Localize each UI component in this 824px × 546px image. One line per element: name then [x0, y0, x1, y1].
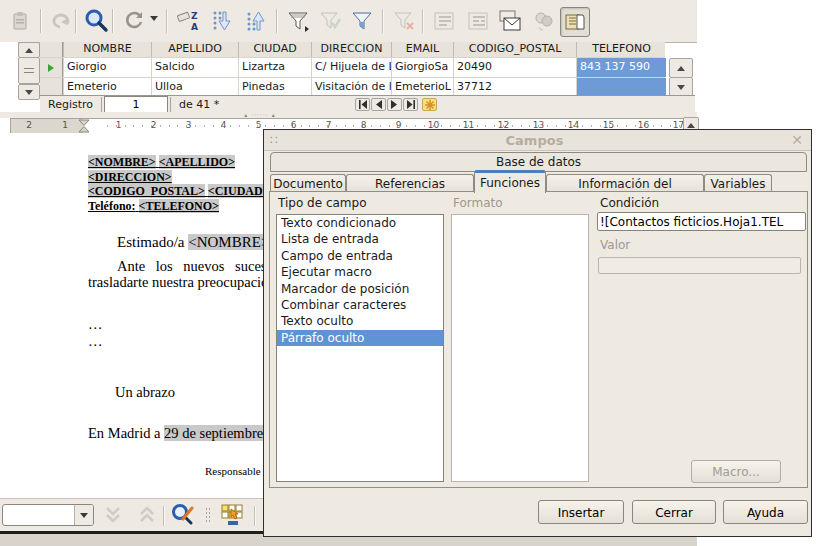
field-nombre: <NOMBRE> [88, 155, 156, 169]
list-item: 3 [171, 119, 206, 133]
table-header-row: NOMBRE APELLIDO CIUDAD DIRECCION EMAIL C… [40, 42, 665, 58]
toolbar-separator [276, 9, 278, 33]
dialog-grip-icon: ∷ [264, 133, 278, 147]
list-item[interactable]: Texto oculto [277, 313, 443, 329]
refresh-dropdown-arrow-icon[interactable] [150, 16, 158, 21]
paste-icon[interactable] [6, 7, 34, 35]
table-row: Giorgio Salcido Lizartza C/ Hijuela de L… [40, 58, 665, 78]
value-label: Valor [600, 238, 630, 252]
toolbar-separator [75, 9, 77, 33]
apply-filter-icon[interactable] [316, 7, 344, 35]
tab-referencias-cruzadas[interactable]: Referencias cruzadas [346, 174, 474, 192]
svg-text:A: A [191, 22, 198, 32]
standard-filter-icon[interactable] [348, 7, 376, 35]
table-cell[interactable]: C/ Hijuela de Lo [311, 58, 391, 77]
column-header[interactable]: TELEFONO [576, 42, 666, 57]
explorer-on-off-icon[interactable] [560, 7, 590, 37]
tab-funciones[interactable]: Funciones [474, 170, 546, 193]
list-item[interactable]: Ejecutar macro [277, 264, 443, 280]
column-header[interactable]: NOMBRE [63, 42, 151, 57]
column-header[interactable]: CODIGO_POSTAL [453, 42, 576, 57]
list-item[interactable]: Campo de entrada [277, 248, 443, 264]
explorer-scroll-thumb[interactable] [18, 57, 40, 84]
sort-ascending-icon[interactable] [208, 7, 236, 35]
dialog-title-bar[interactable]: ∷ Campos ✕ [264, 130, 811, 151]
new-record-button[interactable] [422, 98, 437, 111]
condition-input[interactable] [597, 212, 806, 231]
undo-icon[interactable] [46, 7, 74, 35]
column-header[interactable]: DIRECCION [311, 42, 391, 57]
insert-button[interactable]: Insertar [538, 500, 624, 524]
fields-dialog: ∷ Campos ✕ Base de datos Documento Refer… [263, 129, 812, 537]
data-source-explorer[interactable] [0, 42, 18, 98]
table-corner[interactable] [40, 42, 63, 57]
data-to-fields-icon[interactable] [464, 7, 492, 35]
tab-base-de-datos[interactable]: Base de datos [270, 152, 807, 172]
next-record-button[interactable] [387, 98, 402, 111]
list-item[interactable]: Marcador de posición [277, 281, 443, 297]
data-source-table: NOMBRE APELLIDO CIUDAD DIRECCION EMAIL C… [40, 42, 665, 95]
tab-variables[interactable]: Variables [704, 174, 772, 192]
help-button[interactable]: Ayuda [723, 500, 808, 524]
address-line: Teléfono: <TELEFONO> [88, 199, 270, 214]
indent-marker-icon[interactable] [77, 119, 91, 133]
list-item[interactable]: Párrafo oculto [277, 330, 443, 346]
dialog-title: Campos [278, 133, 792, 148]
column-header[interactable]: CIUDAD [238, 42, 311, 57]
macro-button: Macro... [691, 460, 781, 483]
table-cell-selected[interactable]: 843 137 590 [576, 58, 666, 77]
current-row-indicator[interactable] [40, 58, 63, 77]
list-item[interactable]: Lista de entrada [277, 231, 443, 247]
tab-informacion-del-documento[interactable]: Información del documento [546, 174, 704, 192]
previous-record-button[interactable] [371, 98, 386, 111]
record-label: Registro [40, 97, 102, 112]
last-record-button[interactable] [403, 98, 418, 111]
record-number-input[interactable] [104, 96, 168, 113]
column-header[interactable]: EMAIL [391, 42, 453, 57]
close-button[interactable]: Cerrar [632, 500, 716, 524]
remove-filter-icon[interactable] [390, 7, 418, 35]
table-scroll-down[interactable] [669, 77, 693, 97]
table-cell[interactable]: 20490 [453, 58, 576, 77]
table-cell[interactable]: Salcido [151, 58, 238, 77]
field-nombre: <NOMBRE> [188, 234, 269, 250]
autofilter-icon[interactable] [284, 7, 312, 35]
list-item[interactable]: Combinar caracteres [277, 297, 443, 313]
list-item: 2 [136, 119, 171, 133]
salutation-line: Estimado/a <NOMBRE>: [117, 234, 274, 251]
refresh-icon[interactable] [120, 7, 148, 35]
close-icon[interactable]: ✕ [791, 132, 811, 148]
table-data-toolbar: ZA [0, 0, 697, 43]
table-cell[interactable]: Giorgio [63, 58, 151, 77]
explorer-scroll-down[interactable] [18, 84, 40, 100]
search-combo [2, 504, 94, 526]
table-cell[interactable]: GiorgioSa [391, 58, 453, 77]
search-input[interactable] [3, 505, 74, 525]
toolbar-drag-handle-icon [205, 507, 211, 523]
navigation-grid-icon[interactable] [218, 503, 246, 527]
first-record-button[interactable] [355, 98, 370, 111]
sort-descending-icon[interactable] [242, 7, 270, 35]
address-line: <NOMBRE> <APELLIDO> [88, 155, 270, 170]
data-to-text-icon[interactable] [430, 7, 458, 35]
list-item[interactable]: Texto condicionado [277, 215, 443, 231]
search-icon[interactable] [82, 7, 110, 35]
field-type-list[interactable]: Texto condicionadoLista de entradaCampo … [276, 214, 444, 482]
field-telefono: <TELEFONO> [139, 199, 219, 213]
field-type-label: Tipo de campo [278, 196, 366, 210]
data-source-of-document-icon[interactable] [530, 7, 558, 35]
field-ciudad: <CIUDAD> [208, 184, 270, 198]
svg-text:Z: Z [191, 11, 198, 21]
table-cell[interactable]: Lizartza [238, 58, 311, 77]
find-all-up-icon[interactable] [133, 503, 161, 527]
column-header[interactable]: APELLIDO [151, 42, 238, 57]
closing-line: Un abrazo [115, 384, 175, 401]
find-all-down-icon[interactable] [99, 503, 127, 527]
tab-documento[interactable]: Documento [270, 174, 346, 192]
sort-az-icon[interactable]: ZA [174, 7, 202, 35]
search-dropdown-button[interactable] [74, 505, 93, 525]
table-scroll-up[interactable] [669, 58, 693, 78]
find-and-replace-icon[interactable] [169, 503, 197, 527]
mail-merge-icon[interactable] [496, 7, 524, 35]
explorer-scroll-up[interactable] [18, 42, 40, 58]
